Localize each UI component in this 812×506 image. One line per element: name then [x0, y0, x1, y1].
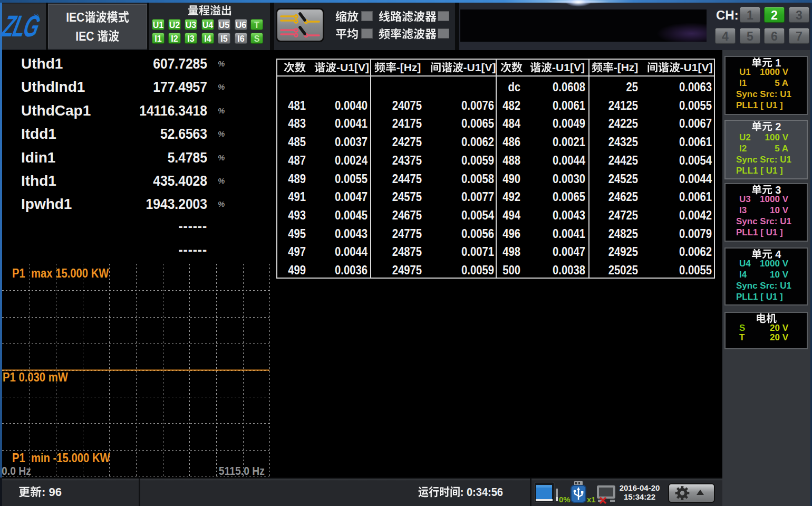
svg-text:x1: x1 [587, 495, 596, 504]
svg-text:0%: 0% [559, 495, 571, 504]
